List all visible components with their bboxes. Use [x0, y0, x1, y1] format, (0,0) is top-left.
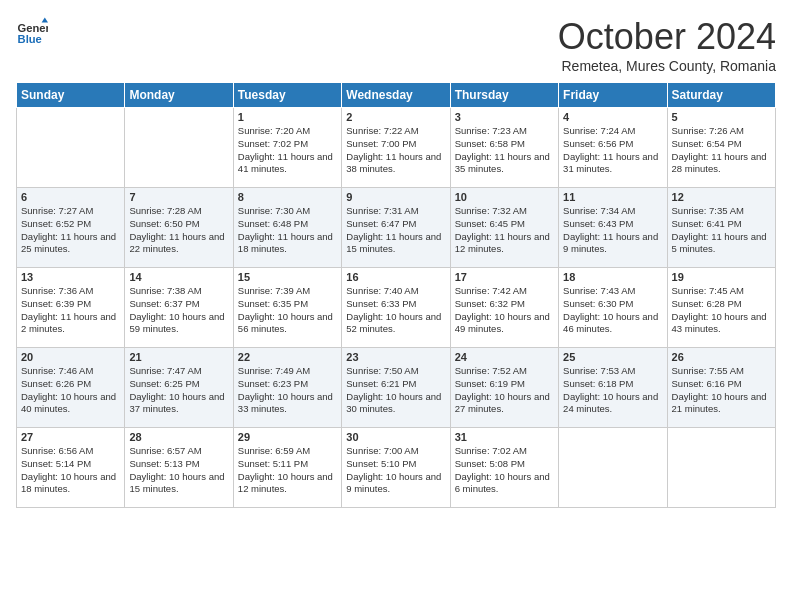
- calendar-cell: 23Sunrise: 7:50 AM Sunset: 6:21 PM Dayli…: [342, 348, 450, 428]
- calendar-cell: 2Sunrise: 7:22 AM Sunset: 7:00 PM Daylig…: [342, 108, 450, 188]
- calendar-week-4: 27Sunrise: 6:56 AM Sunset: 5:14 PM Dayli…: [17, 428, 776, 508]
- day-number: 15: [238, 271, 337, 283]
- calendar-body: 1Sunrise: 7:20 AM Sunset: 7:02 PM Daylig…: [17, 108, 776, 508]
- cell-content: Sunrise: 7:26 AM Sunset: 6:54 PM Dayligh…: [672, 125, 771, 176]
- day-number: 13: [21, 271, 120, 283]
- calendar-cell: 14Sunrise: 7:38 AM Sunset: 6:37 PM Dayli…: [125, 268, 233, 348]
- calendar-cell: 22Sunrise: 7:49 AM Sunset: 6:23 PM Dayli…: [233, 348, 341, 428]
- svg-marker-2: [42, 18, 48, 23]
- header-sunday: Sunday: [17, 83, 125, 108]
- calendar-week-1: 6Sunrise: 7:27 AM Sunset: 6:52 PM Daylig…: [17, 188, 776, 268]
- title-block: October 2024 Remetea, Mures County, Roma…: [558, 16, 776, 74]
- calendar-cell: 28Sunrise: 6:57 AM Sunset: 5:13 PM Dayli…: [125, 428, 233, 508]
- cell-content: Sunrise: 7:42 AM Sunset: 6:32 PM Dayligh…: [455, 285, 554, 336]
- header-tuesday: Tuesday: [233, 83, 341, 108]
- cell-content: Sunrise: 7:38 AM Sunset: 6:37 PM Dayligh…: [129, 285, 228, 336]
- calendar-cell: 12Sunrise: 7:35 AM Sunset: 6:41 PM Dayli…: [667, 188, 775, 268]
- calendar-cell: 3Sunrise: 7:23 AM Sunset: 6:58 PM Daylig…: [450, 108, 558, 188]
- cell-content: Sunrise: 6:59 AM Sunset: 5:11 PM Dayligh…: [238, 445, 337, 496]
- cell-content: Sunrise: 7:36 AM Sunset: 6:39 PM Dayligh…: [21, 285, 120, 336]
- day-number: 30: [346, 431, 445, 443]
- calendar-cell: 21Sunrise: 7:47 AM Sunset: 6:25 PM Dayli…: [125, 348, 233, 428]
- header-thursday: Thursday: [450, 83, 558, 108]
- calendar-cell: [667, 428, 775, 508]
- day-number: 26: [672, 351, 771, 363]
- day-number: 2: [346, 111, 445, 123]
- day-number: 6: [21, 191, 120, 203]
- calendar-cell: 27Sunrise: 6:56 AM Sunset: 5:14 PM Dayli…: [17, 428, 125, 508]
- calendar-cell: [17, 108, 125, 188]
- calendar-table: Sunday Monday Tuesday Wednesday Thursday…: [16, 82, 776, 508]
- day-number: 8: [238, 191, 337, 203]
- header-friday: Friday: [559, 83, 667, 108]
- day-number: 21: [129, 351, 228, 363]
- cell-content: Sunrise: 7:53 AM Sunset: 6:18 PM Dayligh…: [563, 365, 662, 416]
- day-number: 28: [129, 431, 228, 443]
- calendar-cell: [125, 108, 233, 188]
- calendar-cell: 11Sunrise: 7:34 AM Sunset: 6:43 PM Dayli…: [559, 188, 667, 268]
- day-number: 24: [455, 351, 554, 363]
- day-number: 29: [238, 431, 337, 443]
- cell-content: Sunrise: 7:28 AM Sunset: 6:50 PM Dayligh…: [129, 205, 228, 256]
- cell-content: Sunrise: 7:00 AM Sunset: 5:10 PM Dayligh…: [346, 445, 445, 496]
- day-number: 20: [21, 351, 120, 363]
- day-number: 23: [346, 351, 445, 363]
- calendar-cell: 15Sunrise: 7:39 AM Sunset: 6:35 PM Dayli…: [233, 268, 341, 348]
- calendar-cell: 13Sunrise: 7:36 AM Sunset: 6:39 PM Dayli…: [17, 268, 125, 348]
- calendar-cell: 1Sunrise: 7:20 AM Sunset: 7:02 PM Daylig…: [233, 108, 341, 188]
- day-number: 22: [238, 351, 337, 363]
- day-number: 25: [563, 351, 662, 363]
- day-number: 31: [455, 431, 554, 443]
- cell-content: Sunrise: 7:20 AM Sunset: 7:02 PM Dayligh…: [238, 125, 337, 176]
- subtitle: Remetea, Mures County, Romania: [558, 58, 776, 74]
- day-number: 4: [563, 111, 662, 123]
- logo: General Blue: [16, 16, 48, 48]
- calendar-cell: 20Sunrise: 7:46 AM Sunset: 6:26 PM Dayli…: [17, 348, 125, 428]
- cell-content: Sunrise: 6:57 AM Sunset: 5:13 PM Dayligh…: [129, 445, 228, 496]
- header-row: Sunday Monday Tuesday Wednesday Thursday…: [17, 83, 776, 108]
- cell-content: Sunrise: 7:30 AM Sunset: 6:48 PM Dayligh…: [238, 205, 337, 256]
- svg-text:General: General: [18, 22, 48, 34]
- cell-content: Sunrise: 7:43 AM Sunset: 6:30 PM Dayligh…: [563, 285, 662, 336]
- cell-content: Sunrise: 6:56 AM Sunset: 5:14 PM Dayligh…: [21, 445, 120, 496]
- day-number: 9: [346, 191, 445, 203]
- day-number: 12: [672, 191, 771, 203]
- calendar-header: Sunday Monday Tuesday Wednesday Thursday…: [17, 83, 776, 108]
- calendar-week-0: 1Sunrise: 7:20 AM Sunset: 7:02 PM Daylig…: [17, 108, 776, 188]
- calendar-cell: 24Sunrise: 7:52 AM Sunset: 6:19 PM Dayli…: [450, 348, 558, 428]
- cell-content: Sunrise: 7:02 AM Sunset: 5:08 PM Dayligh…: [455, 445, 554, 496]
- cell-content: Sunrise: 7:34 AM Sunset: 6:43 PM Dayligh…: [563, 205, 662, 256]
- day-number: 27: [21, 431, 120, 443]
- logo-icon: General Blue: [16, 16, 48, 48]
- cell-content: Sunrise: 7:52 AM Sunset: 6:19 PM Dayligh…: [455, 365, 554, 416]
- day-number: 3: [455, 111, 554, 123]
- cell-content: Sunrise: 7:49 AM Sunset: 6:23 PM Dayligh…: [238, 365, 337, 416]
- header-saturday: Saturday: [667, 83, 775, 108]
- cell-content: Sunrise: 7:32 AM Sunset: 6:45 PM Dayligh…: [455, 205, 554, 256]
- calendar-cell: 6Sunrise: 7:27 AM Sunset: 6:52 PM Daylig…: [17, 188, 125, 268]
- calendar-cell: 5Sunrise: 7:26 AM Sunset: 6:54 PM Daylig…: [667, 108, 775, 188]
- cell-content: Sunrise: 7:50 AM Sunset: 6:21 PM Dayligh…: [346, 365, 445, 416]
- calendar-cell: 4Sunrise: 7:24 AM Sunset: 6:56 PM Daylig…: [559, 108, 667, 188]
- svg-text:Blue: Blue: [18, 33, 42, 45]
- cell-content: Sunrise: 7:45 AM Sunset: 6:28 PM Dayligh…: [672, 285, 771, 336]
- cell-content: Sunrise: 7:23 AM Sunset: 6:58 PM Dayligh…: [455, 125, 554, 176]
- calendar-week-3: 20Sunrise: 7:46 AM Sunset: 6:26 PM Dayli…: [17, 348, 776, 428]
- calendar-cell: 31Sunrise: 7:02 AM Sunset: 5:08 PM Dayli…: [450, 428, 558, 508]
- calendar-week-2: 13Sunrise: 7:36 AM Sunset: 6:39 PM Dayli…: [17, 268, 776, 348]
- calendar-cell: 19Sunrise: 7:45 AM Sunset: 6:28 PM Dayli…: [667, 268, 775, 348]
- calendar-cell: 26Sunrise: 7:55 AM Sunset: 6:16 PM Dayli…: [667, 348, 775, 428]
- cell-content: Sunrise: 7:46 AM Sunset: 6:26 PM Dayligh…: [21, 365, 120, 416]
- day-number: 1: [238, 111, 337, 123]
- calendar-cell: 29Sunrise: 6:59 AM Sunset: 5:11 PM Dayli…: [233, 428, 341, 508]
- day-number: 17: [455, 271, 554, 283]
- calendar-cell: [559, 428, 667, 508]
- day-number: 5: [672, 111, 771, 123]
- calendar-cell: 8Sunrise: 7:30 AM Sunset: 6:48 PM Daylig…: [233, 188, 341, 268]
- cell-content: Sunrise: 7:24 AM Sunset: 6:56 PM Dayligh…: [563, 125, 662, 176]
- day-number: 11: [563, 191, 662, 203]
- cell-content: Sunrise: 7:39 AM Sunset: 6:35 PM Dayligh…: [238, 285, 337, 336]
- cell-content: Sunrise: 7:22 AM Sunset: 7:00 PM Dayligh…: [346, 125, 445, 176]
- day-number: 10: [455, 191, 554, 203]
- page-header: General Blue October 2024 Remetea, Mures…: [16, 16, 776, 74]
